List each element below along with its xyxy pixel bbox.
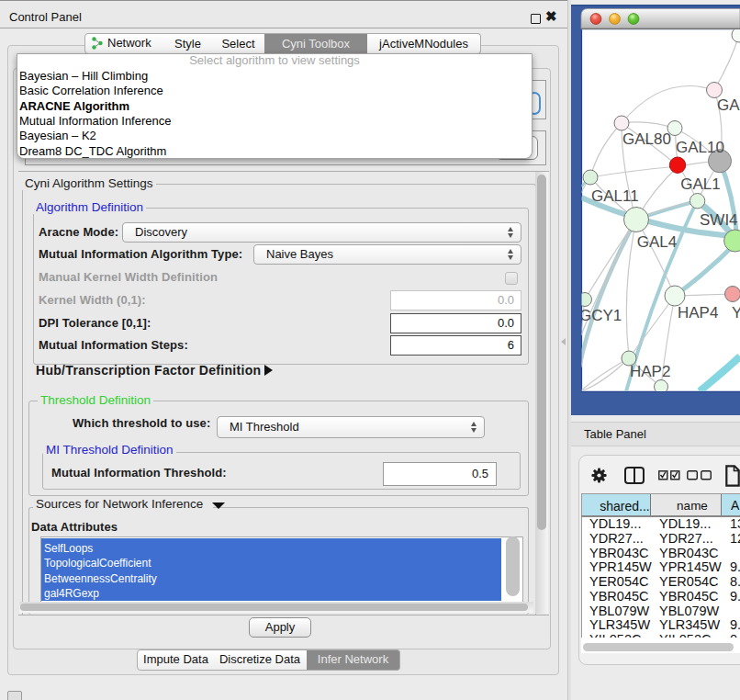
svg-text:GAL11: GAL11 [591, 187, 639, 205]
svg-text:GAL10: GAL10 [676, 139, 724, 156]
svg-text:SWI4: SWI4 [700, 211, 738, 229]
svg-text:GAL4: GAL4 [637, 233, 677, 251]
svg-text:Y: Y [732, 304, 740, 322]
svg-text:GAL80: GAL80 [622, 130, 671, 148]
svg-text:HAP4: HAP4 [678, 304, 718, 322]
svg-text:GAL: GAL [717, 96, 740, 114]
svg-text:GAL1: GAL1 [680, 175, 720, 193]
svg-text:GCY1: GCY1 [579, 307, 622, 324]
svg-text:HAP2: HAP2 [630, 363, 670, 380]
